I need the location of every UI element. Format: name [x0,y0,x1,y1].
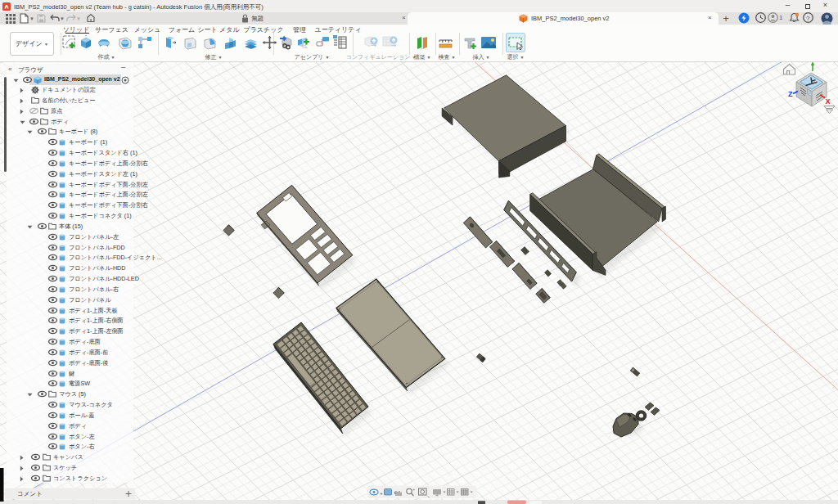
svg-text:?: ? [806,15,810,22]
svg-text:+: + [412,487,415,492]
svg-text:コメント: コメント [17,490,43,497]
svg-text:Z: Z [788,90,793,98]
svg-text:X: X [826,97,831,106]
